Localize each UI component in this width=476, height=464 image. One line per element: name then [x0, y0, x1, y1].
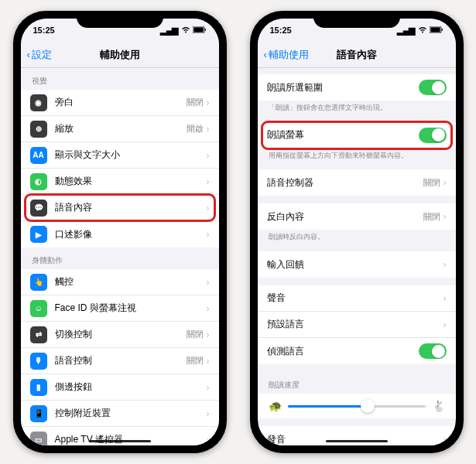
row-label: 反白內容	[267, 210, 423, 223]
section-header: 身體動作	[21, 247, 219, 269]
home-indicator	[89, 440, 151, 442]
row-label: 朗讀螢幕	[267, 128, 419, 142]
settings-row[interactable]: 反白內容關閉›	[258, 203, 456, 230]
row-label: 控制附近裝置	[55, 407, 207, 420]
content-scroll[interactable]: 朗讀所選範圍「朗讀」按鈕會在您選擇文字時出現。朗讀螢幕用兩指從螢幕上方向下滑動來…	[258, 68, 456, 445]
phone-left: 15:25 ▂▄▆ ‹ 設定 輔助使用 視覺◉旁白關閉›⊕縮放開啟›AA顯示與文…	[13, 11, 227, 453]
content-scroll[interactable]: 視覺◉旁白關閉›⊕縮放開啟›AA顯示與文字大小›◐動態效果›💬語音內容›▶口述影…	[21, 68, 219, 445]
settings-row[interactable]: 聲音›	[258, 285, 456, 312]
toggle-switch[interactable]	[419, 343, 447, 359]
row-label: 語音控制	[55, 354, 187, 367]
row-label: 朗讀所選範圍	[267, 81, 419, 94]
notch	[77, 11, 163, 28]
chevron-right-icon: ›	[207, 124, 210, 135]
row-value: 開啟	[187, 123, 204, 135]
settings-row[interactable]: 語音控制器關閉›	[258, 169, 456, 196]
settings-row[interactable]: ◐動態效果›	[21, 169, 219, 195]
settings-row[interactable]: 📱控制附近裝置›	[21, 401, 219, 427]
settings-row[interactable]: ◉旁白關閉›	[21, 90, 219, 116]
chevron-right-icon: ›	[207, 97, 210, 108]
row-label: 縮放	[55, 122, 187, 135]
settings-row[interactable]: ▮側邊按鈕›	[21, 374, 219, 401]
row-label: 輸入回饋	[267, 258, 443, 271]
wifi-icon	[181, 26, 190, 35]
row-value: 關閉	[423, 211, 440, 223]
chevron-right-icon: ›	[207, 150, 210, 161]
battery-icon	[193, 26, 207, 35]
row-label: 側邊按鈕	[55, 380, 207, 394]
chevron-right-icon: ›	[207, 203, 210, 213]
svg-rect-2	[204, 29, 205, 31]
status-indicators: ▂▄▆	[160, 26, 207, 36]
home-indicator	[326, 440, 388, 442]
row-label: Face ID 與螢幕注視	[55, 302, 207, 315]
settings-row[interactable]: ⇄切換控制關閉›	[21, 322, 219, 348]
row-value: 關閉	[187, 329, 204, 340]
settings-row[interactable]: 發音›	[258, 426, 456, 445]
settings-row[interactable]: AA顯示與文字大小›	[21, 142, 219, 169]
settings-row[interactable]: 偵測語言	[258, 338, 456, 364]
notch	[313, 11, 400, 28]
settings-row[interactable]: 💬語音內容›	[21, 195, 219, 221]
toggle-switch[interactable]	[419, 80, 447, 95]
chevron-right-icon: ›	[443, 319, 447, 330]
row-icon: ◉	[30, 94, 47, 111]
battery-icon	[430, 26, 443, 35]
settings-group: 發音›	[258, 426, 456, 445]
row-label: 發音	[267, 433, 443, 445]
row-icon: ☺	[30, 300, 47, 317]
svg-rect-4	[430, 27, 440, 32]
chevron-right-icon: ›	[207, 277, 210, 288]
row-label: 旁白	[55, 96, 187, 109]
row-label: 聲音	[267, 292, 443, 305]
chevron-left-icon: ‹	[264, 49, 267, 60]
settings-row[interactable]: 👆觸控›	[21, 269, 219, 295]
row-icon: AA	[30, 147, 47, 164]
row-icon: ⊕	[30, 121, 47, 138]
row-label: 語音內容	[55, 201, 207, 214]
row-icon: ⇄	[30, 326, 47, 343]
chevron-right-icon: ›	[443, 177, 447, 188]
slider[interactable]	[288, 405, 426, 408]
settings-group: 反白內容關閉›	[258, 203, 456, 230]
back-button[interactable]: ‹ 輔助使用	[264, 48, 309, 62]
settings-row[interactable]: ▶口述影像›	[21, 221, 219, 247]
row-label: 動態效果	[55, 175, 207, 188]
row-icon: 📱	[30, 405, 47, 422]
settings-row[interactable]: ☺Face ID 與螢幕注視›	[21, 295, 219, 322]
row-label: 口述影像	[55, 228, 207, 241]
back-button[interactable]: ‹ 設定	[27, 48, 52, 62]
row-icon: ◐	[30, 173, 47, 190]
settings-row[interactable]: 🎙語音控制關閉›	[21, 348, 219, 374]
settings-group: 朗讀螢幕	[258, 122, 456, 148]
screen-left: 15:25 ▂▄▆ ‹ 設定 輔助使用 視覺◉旁白關閉›⊕縮放開啟›AA顯示與文…	[21, 19, 219, 445]
nav-header: ‹ 設定 輔助使用	[21, 42, 219, 68]
row-label: 偵測語言	[267, 345, 419, 358]
settings-row[interactable]: ▭Apple TV 遙控器›	[21, 427, 219, 445]
row-label: 顯示與文字大小	[55, 148, 207, 162]
settings-row[interactable]: ⊕縮放開啟›	[21, 116, 219, 142]
settings-row[interactable]: 朗讀螢幕	[258, 122, 456, 148]
signal-icon: ▂▄▆	[160, 26, 179, 36]
section-footer: 朗讀時反白內容。	[258, 230, 456, 244]
row-value: 關閉	[187, 355, 204, 367]
settings-row[interactable]: 朗讀所選範圍	[258, 74, 456, 101]
turtle-icon: 🐢	[269, 400, 282, 412]
settings-group: 聲音›預設語言›偵測語言	[258, 285, 456, 364]
settings-row[interactable]: 預設語言›	[258, 312, 456, 338]
settings-group: 朗讀所選範圍	[258, 74, 456, 101]
wifi-icon	[418, 26, 427, 35]
svg-rect-5	[441, 29, 442, 31]
chevron-right-icon: ›	[207, 176, 210, 187]
row-label: 預設語言	[267, 318, 443, 331]
chevron-right-icon: ›	[443, 259, 447, 270]
chevron-right-icon: ›	[443, 434, 447, 445]
chevron-right-icon: ›	[207, 356, 210, 367]
settings-row[interactable]: 輸入回饋›	[258, 251, 456, 278]
row-label: Apple TV 遙控器	[55, 433, 207, 445]
section-header: 視覺	[21, 68, 219, 90]
status-time: 15:25	[33, 26, 55, 35]
chevron-right-icon: ›	[443, 211, 447, 222]
section-footer: 「朗讀」按鈕會在您選擇文字時出現。	[258, 101, 456, 114]
toggle-switch[interactable]	[419, 128, 447, 143]
